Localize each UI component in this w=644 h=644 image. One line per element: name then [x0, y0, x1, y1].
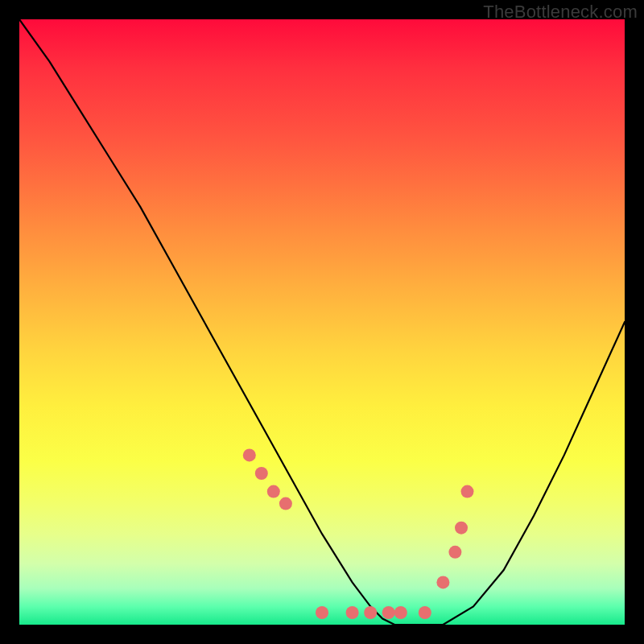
highlight-dot [436, 576, 449, 588]
highlight-dot [255, 467, 268, 480]
highlight-dot [394, 606, 407, 619]
highlight-dot [279, 497, 292, 510]
highlight-dots [243, 448, 474, 619]
highlight-dot [316, 606, 328, 619]
highlight-dot [419, 606, 431, 619]
highlight-dot [364, 606, 377, 619]
highlight-dot [382, 606, 395, 619]
highlight-dot [461, 485, 474, 498]
highlight-dot [267, 485, 280, 498]
bottleneck-curve [19, 19, 625, 625]
highlight-dot [243, 448, 256, 461]
highlight-dot [346, 606, 359, 619]
highlight-dot [448, 546, 461, 559]
watermark-text: TheBottleneck.com [483, 2, 638, 23]
curve-layer [19, 19, 625, 625]
plot-area [19, 19, 625, 625]
chart-frame: TheBottleneck.com [0, 0, 644, 644]
highlight-dot [455, 522, 468, 535]
